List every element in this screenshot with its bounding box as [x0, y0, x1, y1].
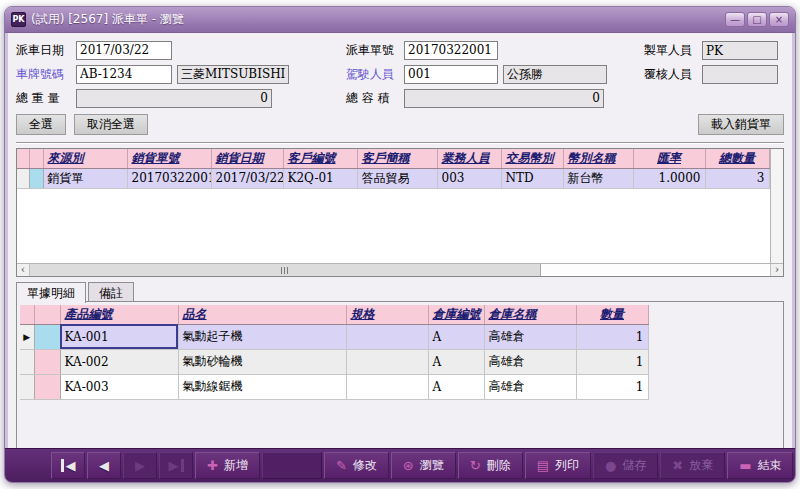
delete-button-label: 刪除	[487, 457, 511, 474]
add-button[interactable]: ✚新增	[195, 452, 260, 479]
maximize-button[interactable]: □	[747, 12, 767, 27]
detail-item-row[interactable]: KA-002氣動砂輪機A高雄倉1	[20, 349, 648, 374]
row-selector[interactable]	[34, 374, 60, 399]
modify-button[interactable]: ✎修改	[324, 452, 389, 479]
cell[interactable]	[346, 374, 428, 399]
browse-button[interactable]: ⊛瀏覽	[391, 452, 456, 479]
row-indicator	[17, 168, 29, 188]
column-header[interactable]: 匯率	[633, 149, 705, 168]
cell[interactable]: 1	[576, 349, 648, 374]
cell[interactable]: 氣動起子機	[178, 324, 346, 349]
column-header[interactable]: 規格	[346, 305, 428, 324]
column-header[interactable]: 交易幣別	[501, 149, 563, 168]
cell[interactable]: A	[428, 374, 484, 399]
cell[interactable]: 2017/03/22	[211, 168, 283, 188]
indicator-column-header	[20, 305, 34, 324]
select-all-button[interactable]: 全選	[16, 114, 66, 135]
end-button[interactable]: ▬結束	[727, 452, 793, 479]
horizontal-scrollbar[interactable]: ‹ ›	[17, 263, 783, 276]
column-header[interactable]: 品名	[178, 305, 346, 324]
nav-last-icon: ▶	[169, 459, 184, 472]
column-header[interactable]: 倉庫名稱	[484, 305, 576, 324]
cell[interactable]: 3	[705, 168, 769, 188]
column-header[interactable]: 總數量	[705, 149, 769, 168]
close-button[interactable]: ×	[769, 12, 789, 27]
scroll-right-icon[interactable]: ›	[770, 264, 783, 276]
nav-prev-button[interactable]: ◀	[87, 452, 121, 479]
scroll-left-icon[interactable]: ‹	[17, 264, 30, 276]
nav-first-button[interactable]: ◀	[51, 452, 85, 479]
cell[interactable]: K2Q-01	[283, 168, 357, 188]
detail-items-table[interactable]: 產品編號品名規格倉庫編號倉庫名稱數量▶KA-001氣動起子機A高雄倉1KA-00…	[20, 305, 649, 400]
cell[interactable]: KA-003	[60, 374, 178, 399]
column-header[interactable]: 銷貨單號	[127, 149, 211, 168]
cell[interactable]: 1	[576, 374, 648, 399]
column-header[interactable]: 業務人員	[437, 149, 501, 168]
cell[interactable]	[346, 324, 428, 349]
deselect-all-button[interactable]: 取消全選	[74, 114, 148, 135]
nav-prev-icon: ◀	[99, 459, 109, 472]
detail-tabs: 單據明細 備註	[16, 282, 784, 302]
row-selector[interactable]	[34, 324, 60, 349]
cell[interactable]: 高雄倉	[484, 349, 576, 374]
delete-button[interactable]: ↻刪除	[458, 452, 523, 479]
action-row: 全選 取消全選 載入銷貨單	[16, 112, 784, 137]
nav-last-button: ▶	[159, 452, 193, 479]
cell[interactable]: 銷貨單	[43, 168, 127, 188]
cell[interactable]: 1	[576, 324, 648, 349]
cell[interactable]	[346, 349, 428, 374]
source-order-row[interactable]: 銷貨單201703220012017/03/22K2Q-01答品貿易003NTD…	[17, 168, 769, 188]
cell[interactable]: NTD	[501, 168, 563, 188]
scrollbar-thumb[interactable]	[30, 264, 541, 276]
detail-item-row[interactable]: ▶KA-001氣動起子機A高雄倉1	[20, 324, 648, 349]
bottom-toolbar: ◀◀▶▶✚新增✎修改⊛瀏覽↻刪除▤列印●儲存✖放棄▬結束	[5, 448, 795, 482]
column-header[interactable]: 銷貨日期	[211, 149, 283, 168]
column-header[interactable]: 客戶簡稱	[357, 149, 437, 168]
column-header[interactable]: 倉庫編號	[428, 305, 484, 324]
plate-no-input[interactable]	[76, 65, 172, 84]
cell[interactable]: 答品貿易	[357, 168, 437, 188]
tab-note[interactable]: 備註	[88, 282, 134, 302]
title-bar[interactable]: PK (試用) [2567] 派車單 - 瀏覽 — □ ×	[5, 7, 795, 33]
cell[interactable]: 20170322001	[127, 168, 211, 188]
cell[interactable]: A	[428, 324, 484, 349]
creator-field	[702, 41, 778, 60]
total-volume-field	[404, 89, 604, 108]
column-header[interactable]: 產品編號	[60, 305, 178, 324]
load-sales-order-button[interactable]: 載入銷貨單	[698, 114, 784, 135]
scrollbar-track[interactable]	[30, 264, 770, 276]
cell[interactable]: 氣動砂輪機	[178, 349, 346, 374]
cell[interactable]: KA-001	[60, 324, 178, 349]
print-button-label: 列印	[555, 457, 579, 474]
minimize-button[interactable]: —	[725, 12, 745, 27]
vertical-scrollbar[interactable]	[770, 149, 783, 263]
end-button-label: 結束	[757, 457, 781, 474]
cell[interactable]: 1.0000	[633, 168, 705, 188]
cell[interactable]: A	[428, 349, 484, 374]
cell[interactable]: 高雄倉	[484, 374, 576, 399]
print-button[interactable]: ▤列印	[525, 452, 591, 479]
column-header[interactable]: 數量	[576, 305, 648, 324]
driver-input[interactable]	[404, 65, 498, 84]
dispatch-no-input[interactable]	[404, 41, 498, 60]
source-orders-table[interactable]: 來源別銷貨單號銷貨日期客戶編號客戶簡稱業務人員交易幣別幣別名稱匯率總數量銷貨單2…	[17, 149, 770, 189]
cell[interactable]: 新台幣	[563, 168, 633, 188]
driver-label[interactable]: 駕駛人員	[346, 66, 404, 83]
dispatch-date-input[interactable]	[76, 41, 172, 60]
column-header[interactable]: 來源別	[43, 149, 127, 168]
tab-document-detail[interactable]: 單據明細	[16, 282, 86, 303]
indicator-column-header	[17, 149, 29, 168]
detail-item-row[interactable]: KA-003氣動線鋸機A高雄倉1	[20, 374, 648, 399]
plate-no-label[interactable]: 車牌號碼	[16, 66, 76, 83]
window-controls: — □ ×	[725, 12, 789, 27]
form-row-2: 車牌號碼 駕駛人員 覆核人員	[16, 62, 784, 86]
cell[interactable]: KA-002	[60, 349, 178, 374]
cell[interactable]: 氣動線鋸機	[178, 374, 346, 399]
cell[interactable]: 003	[437, 168, 501, 188]
row-indicator	[20, 349, 34, 374]
cell[interactable]: 高雄倉	[484, 324, 576, 349]
row-selector[interactable]	[29, 168, 43, 188]
row-selector[interactable]	[34, 349, 60, 374]
column-header[interactable]: 幣別名稱	[563, 149, 633, 168]
column-header[interactable]: 客戶編號	[283, 149, 357, 168]
